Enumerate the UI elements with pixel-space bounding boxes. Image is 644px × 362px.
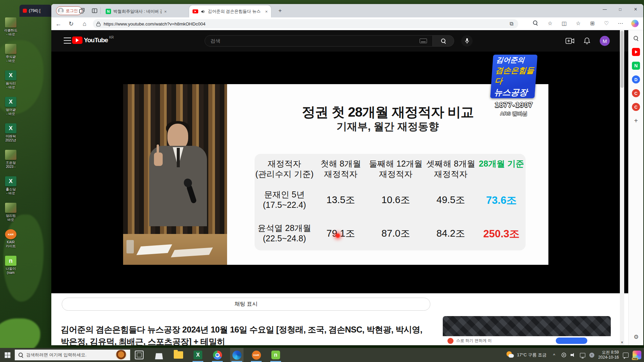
papers xyxy=(137,244,172,255)
voice-search-mic-icon[interactable] xyxy=(461,35,473,47)
edge-sidebar: N D C C + ⚙ xyxy=(628,30,643,345)
page-scrollbar[interactable]: ▾ xyxy=(620,30,624,345)
back-button[interactable]: ← xyxy=(55,20,62,27)
slide-subtitle: 기재부, 월간 재정동향 xyxy=(227,120,548,134)
file-thumbnail-icon xyxy=(5,203,16,213)
desktop-icon[interactable]: 주식광- 바로 xyxy=(1,44,20,63)
scrollbar-thumb[interactable] xyxy=(621,31,624,88)
volume-icon[interactable] xyxy=(571,353,576,357)
desktop-icon[interactable]: 각종하드- 바로 xyxy=(1,17,20,37)
taskbar-clock[interactable]: 오전 8:59 2024-10-16 xyxy=(598,350,619,360)
taskbar-search-box[interactable]: 검색하려면 여기에 입력하세요. xyxy=(15,350,130,360)
sidebar-search-icon[interactable] xyxy=(632,34,640,42)
vertical-tabs-icon[interactable] xyxy=(79,8,85,14)
desktop-icon[interactable]: 미래력2022년 xyxy=(1,123,20,142)
lock-icon[interactable] xyxy=(96,21,101,26)
tab-strip: 로그인 N 박철희주일대사 : 네이버 검색 × 김어준의 겸손은힘들다 뉴스 … xyxy=(51,4,643,17)
account-avatar[interactable]: M xyxy=(600,36,610,46)
tray-app-icon[interactable] xyxy=(561,352,567,358)
youtube-search-input[interactable]: 검색 xyxy=(205,35,433,47)
favorites-star-icon[interactable]: ☆ xyxy=(547,20,553,27)
weather-icon xyxy=(506,351,515,359)
address-bar[interactable]: https://www.youtube.com/watch?v=h8mkOHDc… xyxy=(93,19,518,28)
system-tray: ^ × 오전 8:59 2024-10-16 PRE xyxy=(551,350,641,360)
taskbar-kair-icon[interactable]: KAIR xyxy=(250,348,263,362)
close-button[interactable]: × xyxy=(628,4,643,15)
home-button[interactable]: ⌂ xyxy=(81,20,88,27)
taskbar-apps: X KAIR n xyxy=(152,348,282,362)
windows-taskbar: 검색하려면 여기에 입력하세요. X KAIR n 17°C 구름 조금 ^ × xyxy=(0,348,644,362)
tab-audio-icon[interactable] xyxy=(201,9,206,14)
desktop-icon[interactable]: 나동이(nam xyxy=(1,256,20,275)
task-view-button[interactable] xyxy=(135,351,144,359)
tab-youtube-video[interactable]: 김어준의 겸손은힘들다 뉴스 × xyxy=(189,5,271,17)
search-highlight-image[interactable] xyxy=(115,350,127,360)
desktop-icon[interactable]: 조은정2023 - xyxy=(1,150,20,169)
url-text[interactable]: https://www.youtube.com/watch?v=h8mkOHDc… xyxy=(104,21,505,26)
weather-widget[interactable]: 17°C 구름 조금 xyxy=(506,351,546,359)
menu-hamburger-icon[interactable] xyxy=(64,38,71,44)
table-row-moon: 문재인 5년(17.5~22.4) 13.5조 10.6조 49.5조 73.6… xyxy=(255,189,526,210)
taskbar-store-icon[interactable] xyxy=(152,348,166,362)
close-tab-icon[interactable]: × xyxy=(164,9,167,14)
sidebar-naver-icon[interactable]: N xyxy=(632,62,640,70)
avatar xyxy=(58,8,64,14)
close-tab-icon[interactable]: × xyxy=(265,9,268,14)
tray-expand-chevron[interactable]: ^ xyxy=(551,353,557,358)
zoom-icon[interactable] xyxy=(533,20,539,27)
taskbar-chrome-icon[interactable] xyxy=(211,348,224,362)
refresh-button[interactable]: ↻ xyxy=(67,20,75,27)
keyboard-icon[interactable] xyxy=(420,39,427,43)
desktop-icon[interactable]: 홀소딩- 바로 xyxy=(1,176,20,195)
collections-icon[interactable]: ⊞ xyxy=(589,20,596,27)
desktop-icon[interactable]: 정리된바로 xyxy=(1,203,20,222)
youtube-logo[interactable]: YouTube KR xyxy=(72,37,114,44)
browser-toolbar: ← ↻ ⌂ https://www.youtube.com/watch?v=h8… xyxy=(51,17,643,30)
taskbar-edge-icon[interactable] xyxy=(230,348,244,362)
browser-essentials-heart-icon[interactable]: ♡ xyxy=(603,20,610,27)
notifications-bell-icon[interactable] xyxy=(584,37,590,45)
network-icon[interactable] xyxy=(580,353,585,357)
maximize-button[interactable]: □ xyxy=(612,4,628,15)
show-chat-button[interactable]: 채팅 표시 xyxy=(62,298,430,311)
deficit-comparison-table: 재정적자(관리수지 기준) 첫해 8개월재정적자 둘째해 12개월재정적자 셋째… xyxy=(255,154,526,250)
sidebar-app-icon[interactable]: C xyxy=(632,89,640,97)
taskbar-excel-icon[interactable]: X xyxy=(191,348,205,362)
taskbar-file-explorer-icon[interactable] xyxy=(172,348,185,362)
notification-center-icon[interactable] xyxy=(623,353,629,358)
status-x-icon[interactable]: × xyxy=(589,353,594,358)
sidebar-settings-gear-icon[interactable]: ⚙ xyxy=(629,334,643,341)
copilot-icon[interactable] xyxy=(631,20,639,27)
sidebar-app-icon[interactable]: C xyxy=(632,103,640,111)
profile-login-button[interactable]: 로그인 xyxy=(56,6,82,15)
sidebar-add-icon[interactable]: + xyxy=(632,117,640,125)
open-in-app-icon[interactable]: ⧉ xyxy=(508,20,515,27)
background-window-tab[interactable]: (794) [ xyxy=(19,5,52,17)
desktop-icon[interactable]: 음식리- 바로 xyxy=(1,70,20,89)
start-button[interactable] xyxy=(0,348,15,362)
ad-banner[interactable]: 스로 하기 편하게 이 xyxy=(443,316,611,345)
sidebar-youtube-icon[interactable] xyxy=(632,48,640,56)
studio-wood-wall xyxy=(123,84,227,265)
workspaces-icon[interactable] xyxy=(92,8,98,14)
windows-logo-icon xyxy=(5,352,10,358)
premiere-app-icon[interactable]: PRE xyxy=(633,351,641,359)
youtube-search-button[interactable] xyxy=(433,35,454,47)
scrollbar-down-arrow[interactable]: ▾ xyxy=(620,340,624,345)
ad-cta-button[interactable] xyxy=(556,338,587,344)
new-tab-button[interactable]: + xyxy=(277,7,283,14)
sidebar-app-icon[interactable]: D xyxy=(632,75,640,83)
desktop-icon[interactable]: KAIR카이트 xyxy=(1,229,20,248)
video-player[interactable]: 정권 첫 28개월 재정적자 비교 기재부, 월간 재정동향 재정적자(관리수지… xyxy=(51,52,628,293)
tab-naver-search[interactable]: N 박철희주일대사 : 네이버 검색 × xyxy=(102,5,170,17)
desktop-icon[interactable]: 영어광- 바로 xyxy=(1,97,20,116)
naver-favicon: N xyxy=(106,9,111,14)
settings-more-icon[interactable]: ⋯ xyxy=(617,20,624,27)
desktop-screen: (794) [ 각종하드- 바로 주식광- 바로 음식리- 바로 영어광- 바로… xyxy=(0,0,644,362)
minimize-button[interactable]: — xyxy=(597,4,612,15)
split-screen-icon[interactable]: ◫ xyxy=(561,20,568,27)
create-video-icon[interactable] xyxy=(566,38,574,44)
favorites-bar-icon[interactable]: ☆ xyxy=(575,20,582,27)
papers xyxy=(171,247,213,257)
taskbar-naver-icon[interactable]: n xyxy=(269,348,282,362)
